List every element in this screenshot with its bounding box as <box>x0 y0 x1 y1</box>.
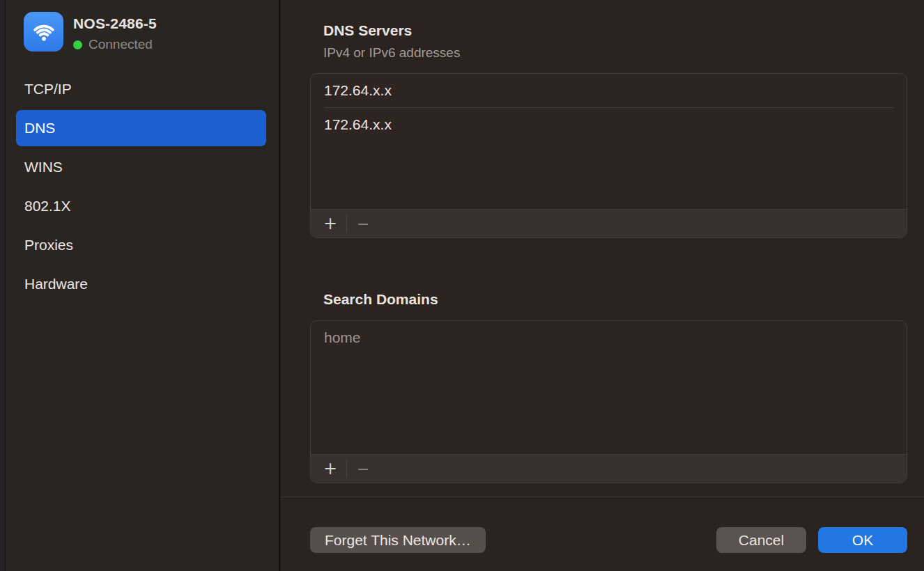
wifi-icon <box>24 12 63 52</box>
search-domains-title: Search Domains <box>310 290 907 309</box>
search-domain-value: home <box>324 329 361 346</box>
sidebar-item-label: WINS <box>24 159 63 175</box>
search-domain-row[interactable]: home <box>311 321 907 354</box>
spacer <box>310 238 907 290</box>
dialog-buttons: Cancel OK <box>716 527 907 553</box>
sidebar-item-label: 802.1X <box>24 198 71 214</box>
search-domains-rows: home <box>311 321 907 454</box>
remove-dns-server-button[interactable]: − <box>351 214 376 233</box>
network-name: NOS-2486-5 <box>73 15 157 32</box>
sidebar-item-label: Hardware <box>24 276 88 292</box>
toolbar-separator <box>346 214 347 233</box>
toolbar-separator <box>346 460 347 478</box>
dns-server-row[interactable]: 172.64.x.x <box>311 74 907 107</box>
footer-divider <box>280 496 924 497</box>
ok-button[interactable]: OK <box>818 527 907 553</box>
sidebar-item-label: Proxies <box>24 237 73 253</box>
sidebar-item-label: DNS <box>24 120 55 136</box>
dns-servers-listbox: 172.64.x.x 172.64.x.x + − <box>310 73 907 238</box>
dns-server-value: 172.64.x.x <box>324 82 392 99</box>
footer-button-row: Forget This Network… Cancel OK <box>310 527 907 553</box>
dns-servers-title: DNS Servers <box>310 21 907 40</box>
dns-server-value: 172.64.x.x <box>324 116 392 133</box>
panel-content: DNS Servers IPv4 or IPv6 addresses 172.6… <box>280 0 924 483</box>
dns-servers-subtitle: IPv4 or IPv6 addresses <box>310 43 907 62</box>
remove-search-domain-button[interactable]: − <box>351 459 376 478</box>
network-status: Connected <box>73 37 157 52</box>
dns-servers-rows: 172.64.x.x 172.64.x.x <box>311 74 907 209</box>
cancel-button[interactable]: Cancel <box>716 527 806 553</box>
search-domains-toolbar: + − <box>311 454 907 483</box>
connected-status-dot-icon <box>73 40 82 49</box>
sidebar-item-wins[interactable]: WINS <box>16 148 266 187</box>
connected-status-label: Connected <box>88 37 153 52</box>
dns-server-row[interactable]: 172.64.x.x <box>311 108 907 141</box>
sidebar-item-label: TCP/IP <box>24 81 72 97</box>
sidebar: NOS-2486-5 Connected TCP/IP DNS WINS 802… <box>6 0 279 571</box>
search-domains-listbox: home + − <box>310 320 907 483</box>
window-edge <box>0 0 6 571</box>
add-dns-server-button[interactable]: + <box>318 214 343 233</box>
dns-servers-toolbar: + − <box>311 209 907 237</box>
network-info: NOS-2486-5 Connected <box>73 12 157 52</box>
sidebar-nav: TCP/IP DNS WINS 802.1X Proxies Hardware <box>6 70 279 304</box>
sidebar-item-tcpip[interactable]: TCP/IP <box>16 70 266 109</box>
dns-settings-panel: DNS Servers IPv4 or IPv6 addresses 172.6… <box>280 0 924 571</box>
sidebar-item-8021x[interactable]: 802.1X <box>16 187 266 226</box>
sidebar-item-dns[interactable]: DNS <box>16 110 266 146</box>
sidebar-item-proxies[interactable]: Proxies <box>16 226 266 265</box>
sidebar-item-hardware[interactable]: Hardware <box>16 265 266 304</box>
add-search-domain-button[interactable]: + <box>318 459 343 478</box>
forget-network-button[interactable]: Forget This Network… <box>310 527 486 553</box>
network-header: NOS-2486-5 Connected <box>6 0 279 52</box>
